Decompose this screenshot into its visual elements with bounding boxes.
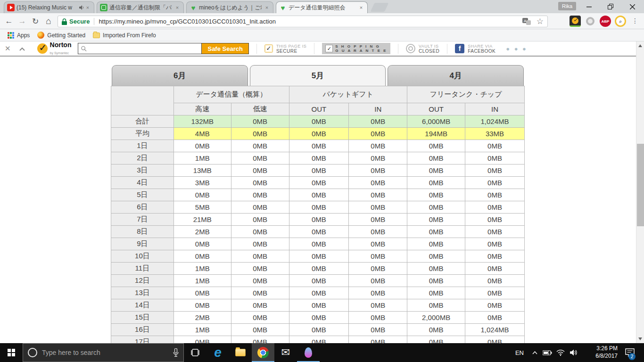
profile-badge[interactable]: Rika xyxy=(558,2,576,10)
start-button[interactable] xyxy=(0,343,23,362)
norton-mini-check-icon: ✓ xyxy=(325,45,333,52)
row-label: 3日 xyxy=(111,165,174,177)
translate-icon[interactable]: A xyxy=(522,18,531,25)
browser-tab-mineo-start[interactable]: ♥ mineoをはじめよう｜ご利用 × xyxy=(186,1,273,13)
row-label: 6日 xyxy=(111,201,174,214)
browser-tab-youtube[interactable]: (15) Relaxing Music w × xyxy=(4,1,94,13)
row-label: 1日 xyxy=(111,140,174,152)
safe-search-extension-icon[interactable]: ⌕ xyxy=(615,16,626,27)
row-label: 10日 xyxy=(111,250,174,263)
language-indicator[interactable]: EN xyxy=(515,343,524,362)
row-label: 14日 xyxy=(111,299,174,312)
cell-tank-out: 0MB xyxy=(407,152,465,165)
browser-tab-mineo-packet[interactable]: 通信容量／通信制限「パケ × xyxy=(97,1,184,13)
cell-tank-in: 1,024MB xyxy=(465,324,525,336)
safe-search-button[interactable]: Safe Search xyxy=(201,43,248,54)
new-tab-button[interactable] xyxy=(371,3,389,12)
data-usage-table: データ通信量（概算） パケットギフト フリータンク・チップ 高速 低速 OUT … xyxy=(111,86,525,343)
mail-icon[interactable]: ✉ xyxy=(274,343,297,362)
tab-title: 通信容量／通信制限「パケ xyxy=(109,4,172,12)
cell-low-speed: 0MB xyxy=(231,226,289,238)
scroll-down-icon[interactable] xyxy=(638,337,642,340)
chrome-taskbar-icon[interactable] xyxy=(252,343,274,362)
row-label: 7日 xyxy=(111,214,174,226)
clock[interactable]: 3:26 PM 6/8/2017 xyxy=(595,343,618,362)
vertical-scrollbar[interactable] xyxy=(636,41,644,343)
cell-high-speed: 132MB xyxy=(173,115,231,128)
scrollbar-thumb[interactable] xyxy=(637,144,644,226)
browser-menu-icon[interactable]: ⋮ xyxy=(632,17,639,25)
apps-grid-icon xyxy=(8,32,14,39)
table-row: 12日 1MB 0MB 0MB 0MB 0MB 0MB xyxy=(111,275,525,287)
bookmark-folder-imported[interactable]: Imported From Firefo xyxy=(93,32,156,39)
norton-close-icon[interactable]: ✕ xyxy=(5,44,11,53)
tab-may-active[interactable]: 5月 xyxy=(250,65,386,86)
row-label: 5日 xyxy=(111,189,174,201)
adblock-plus-icon[interactable]: ABP xyxy=(600,16,611,27)
cell-gift-in: 0MB xyxy=(349,238,407,250)
battery-icon[interactable] xyxy=(541,343,553,362)
file-explorer-icon[interactable] xyxy=(229,343,252,362)
cell-tank-in: 0MB xyxy=(465,226,525,238)
tab-close-icon[interactable]: × xyxy=(84,4,91,11)
tab-june[interactable]: 6月 xyxy=(112,65,248,86)
cortana-icon xyxy=(28,348,37,357)
back-icon[interactable]: ← xyxy=(3,15,15,27)
close-button[interactable] xyxy=(621,0,643,13)
norton-extension-icon[interactable] xyxy=(570,16,581,27)
firefox-icon xyxy=(37,32,44,39)
table-row: 8日 2MB 0MB 0MB 0MB 0MB 0MB xyxy=(111,226,525,238)
restore-button[interactable] xyxy=(600,0,621,13)
apps-shortcut[interactable]: Apps xyxy=(8,32,30,39)
cell-high-speed: 0MB xyxy=(173,299,231,312)
show-hidden-icons[interactable] xyxy=(529,343,540,362)
cell-gift-in: 0MB xyxy=(349,115,407,128)
bookmark-star-icon[interactable]: ☆ xyxy=(537,16,544,26)
secure-check-icon: ✓ xyxy=(264,44,273,53)
cell-gift-in: 0MB xyxy=(349,177,407,189)
cell-tank-in: 0MB xyxy=(465,336,525,344)
bookmark-getting-started[interactable]: Getting Started xyxy=(37,32,85,39)
wifi-icon[interactable] xyxy=(554,343,567,362)
volume-icon[interactable] xyxy=(568,343,580,362)
cell-tank-out: 0MB xyxy=(407,275,465,287)
cell-low-speed: 0MB xyxy=(231,115,289,128)
norton-search-input[interactable] xyxy=(90,45,199,52)
browser-toolbar: ← → ↻ ⌂ Secure https://my.mineo.jp/mvno_… xyxy=(0,13,644,29)
browser-tab-active[interactable]: ♥ データ通信量明細照会 × xyxy=(276,1,368,13)
tab-audio-icon[interactable] xyxy=(79,5,84,10)
vault-status[interactable]: VAULT ISCLOSED xyxy=(398,44,439,54)
gray-ring-extension-icon[interactable] xyxy=(585,16,596,27)
colorful-app-icon[interactable] xyxy=(297,343,320,362)
cell-gift-out: 0MB xyxy=(289,165,349,177)
share-facebook[interactable]: f SHARE VIAFACEBOOK xyxy=(447,44,495,54)
tab-close-icon[interactable]: × xyxy=(174,4,181,11)
secure-chip[interactable]: Secure xyxy=(62,18,90,25)
address-bar[interactable]: Secure https://my.mineo.jp/mvno_cp/GCC01… xyxy=(58,16,548,27)
cell-gift-in: 0MB xyxy=(349,275,407,287)
forward-icon[interactable]: → xyxy=(16,15,28,27)
cell-gift-out: 0MB xyxy=(289,214,349,226)
youtube-favicon xyxy=(7,4,15,11)
edge-icon[interactable]: e xyxy=(206,343,229,362)
taskbar-search[interactable]: Type here to search xyxy=(23,343,184,362)
cell-gift-out: 0MB xyxy=(289,250,349,263)
action-center-icon[interactable]: 2 xyxy=(620,343,639,362)
scroll-up-icon[interactable] xyxy=(638,44,642,47)
task-view-icon[interactable] xyxy=(184,343,206,362)
norton-check-icon xyxy=(37,43,48,54)
url-text[interactable]: https://my.mineo.jp/mvno_cp/GCC010301GCC… xyxy=(99,18,276,25)
tab-april[interactable]: 4月 xyxy=(388,65,524,86)
home-icon[interactable]: ⌂ xyxy=(42,15,55,27)
norton-collapse-icon[interactable] xyxy=(19,44,25,53)
shopping-guarantee-badge[interactable]: ✓ S H O P P I N GG U A R A N T E E xyxy=(314,43,390,54)
reload-icon[interactable]: ↻ xyxy=(29,15,41,27)
norton-more-icon[interactable]: ● ● ● xyxy=(506,45,528,52)
tab-close-icon[interactable]: × xyxy=(264,4,270,11)
minimize-button[interactable] xyxy=(578,0,600,13)
cell-high-speed: 0MB xyxy=(173,336,231,344)
cell-gift-in: 0MB xyxy=(349,128,407,140)
tab-close-icon[interactable]: × xyxy=(358,4,364,11)
norton-toolbar: ✕ Nortonby Symantec Safe Search ✓ THIS P… xyxy=(0,41,636,57)
microphone-icon[interactable] xyxy=(173,348,179,357)
